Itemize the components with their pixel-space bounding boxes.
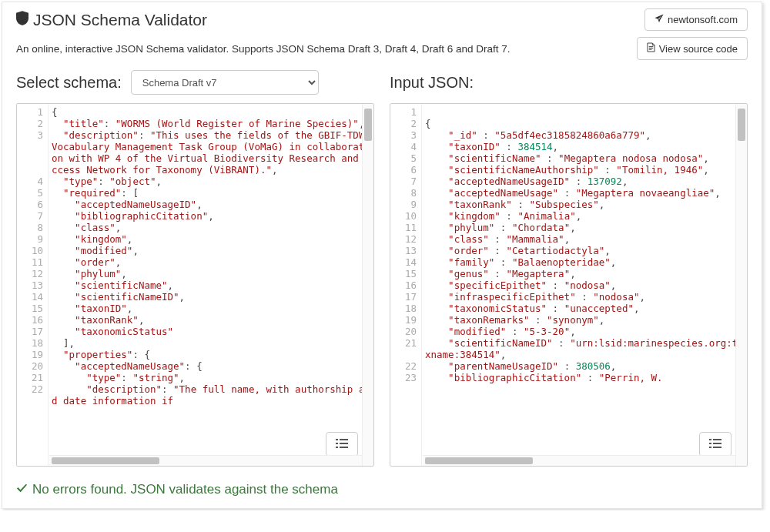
line-number: 4 bbox=[17, 176, 48, 187]
code-line: "taxonomicStatus" bbox=[52, 326, 370, 337]
line-number: 21 bbox=[390, 337, 421, 360]
schema-scrollbar-horizontal[interactable] bbox=[49, 455, 362, 466]
validation-result: No errors found. JSON validates against … bbox=[2, 474, 762, 508]
scrollbar-thumb[interactable] bbox=[364, 109, 372, 141]
schema-code-area[interactable]: { "title": "WORMS (World Register of Mar… bbox=[49, 104, 373, 466]
line-number: 1 bbox=[17, 106, 48, 118]
scrollbar-thumb[interactable] bbox=[425, 457, 533, 464]
json-editor[interactable]: 1234567891011121314151617181920212223 { … bbox=[390, 103, 748, 467]
line-number: 20 bbox=[390, 326, 421, 337]
code-line: "class" : "Mammalia", bbox=[425, 233, 744, 245]
line-number: 5 bbox=[17, 187, 48, 199]
line-number: 12 bbox=[17, 268, 48, 279]
svg-rect-9 bbox=[709, 439, 711, 440]
page-title-text: JSON Schema Validator bbox=[33, 11, 207, 29]
line-number: 3 bbox=[390, 129, 421, 141]
svg-rect-4 bbox=[340, 439, 348, 440]
code-line bbox=[425, 106, 744, 118]
code-line: "acceptedNameUsage" : "Megaptera novaean… bbox=[425, 187, 744, 199]
code-line: "scientificName", bbox=[52, 279, 370, 291]
code-line: "specificEpithet" : "nodosa", bbox=[425, 279, 744, 291]
line-number: 13 bbox=[390, 245, 421, 256]
line-number: 16 bbox=[17, 314, 48, 326]
code-line: "title": "WORMS (World Register of Marin… bbox=[52, 118, 370, 129]
schema-column: Select schema: Schema Draft v3Schema Dra… bbox=[16, 69, 374, 467]
code-line: "phylum", bbox=[52, 268, 370, 279]
json-gutter: 1234567891011121314151617181920212223 bbox=[390, 104, 422, 466]
code-line: "class", bbox=[52, 222, 370, 233]
line-number: 12 bbox=[390, 233, 421, 245]
code-line: "taxonRank", bbox=[52, 314, 370, 326]
svg-rect-13 bbox=[709, 447, 711, 448]
line-number: 22 bbox=[17, 383, 48, 407]
line-number: 19 bbox=[390, 314, 421, 326]
line-number: 9 bbox=[17, 233, 48, 245]
schema-select[interactable]: Schema Draft v3Schema Draft v4Schema Dra… bbox=[131, 70, 319, 95]
file-icon bbox=[647, 42, 655, 55]
code-line: "parentNameUsageID" : 380506, bbox=[425, 360, 744, 372]
code-line: "description": "The full name, with auth… bbox=[52, 383, 370, 407]
line-number: 17 bbox=[390, 291, 421, 303]
line-number: 15 bbox=[17, 303, 48, 314]
main-panels: Select schema: Schema Draft v3Schema Dra… bbox=[2, 69, 762, 474]
line-number: 7 bbox=[17, 210, 48, 222]
code-line: "taxonID", bbox=[52, 303, 370, 314]
scrollbar-thumb[interactable] bbox=[738, 109, 745, 141]
check-icon bbox=[16, 482, 28, 497]
line-number: 6 bbox=[390, 164, 421, 176]
validation-message-text: No errors found. JSON validates against … bbox=[32, 482, 338, 497]
schema-settings-button[interactable] bbox=[326, 432, 358, 457]
view-source-button[interactable]: View source code bbox=[637, 37, 748, 60]
json-scrollbar-horizontal[interactable] bbox=[423, 455, 735, 466]
svg-rect-5 bbox=[336, 443, 338, 444]
line-number: 16 bbox=[390, 279, 421, 291]
line-number: 17 bbox=[17, 326, 48, 337]
line-number: 8 bbox=[17, 222, 48, 233]
svg-rect-11 bbox=[709, 443, 711, 444]
schema-scrollbar-vertical[interactable] bbox=[362, 104, 373, 466]
code-line: "bibliographicCitation", bbox=[52, 210, 370, 222]
scrollbar-thumb[interactable] bbox=[52, 457, 159, 464]
validation-message: No errors found. JSON validates against … bbox=[16, 482, 748, 497]
code-line: "scientificName" : "Megaptera nodosa nod… bbox=[425, 152, 744, 164]
code-line: "type": "string", bbox=[52, 372, 370, 383]
line-number: 18 bbox=[390, 303, 421, 314]
code-line: "scientificNameID" : "urn:lsid:marinespe… bbox=[425, 337, 744, 360]
code-line: "acceptedNameUsageID", bbox=[52, 199, 370, 210]
json-input-label: Input JSON: bbox=[390, 74, 474, 92]
code-line: ], bbox=[52, 337, 370, 349]
line-number: 14 bbox=[17, 291, 48, 303]
line-number: 11 bbox=[390, 222, 421, 233]
code-line: { bbox=[52, 106, 370, 118]
schema-editor[interactable]: 12345678910111213141516171819202122 { "t… bbox=[16, 103, 374, 467]
line-number: 20 bbox=[17, 360, 48, 372]
code-line: "infraspecificEpithet" : "nodosa", bbox=[425, 291, 744, 303]
view-source-label: View source code bbox=[659, 43, 738, 55]
newtonsoft-link-button[interactable]: newtonsoft.com bbox=[644, 8, 748, 31]
line-number: 23 bbox=[390, 372, 421, 383]
json-code-area[interactable]: { "_id" : "5a5df4ec3185824860a6a779", "t… bbox=[422, 104, 747, 466]
schema-select-label: Select schema: bbox=[16, 74, 122, 92]
line-number: 14 bbox=[390, 256, 421, 268]
json-scrollbar-vertical[interactable] bbox=[735, 104, 747, 466]
json-settings-button[interactable] bbox=[699, 432, 732, 457]
code-line: "family" : "Balaenopteridae", bbox=[425, 256, 744, 268]
line-number: 10 bbox=[17, 245, 48, 256]
svg-rect-12 bbox=[713, 443, 721, 444]
description-text: An online, interactive JSON Schema valid… bbox=[16, 43, 511, 55]
code-line: "required": [ bbox=[52, 187, 370, 199]
schema-header: Select schema: Schema Draft v3Schema Dra… bbox=[16, 69, 374, 95]
code-line: "order", bbox=[52, 256, 370, 268]
line-number: 5 bbox=[390, 152, 421, 164]
code-line: "bibliographicCitation" : "Perrin, W. bbox=[425, 372, 744, 383]
code-line: "taxonRank" : "Subspecies", bbox=[425, 199, 744, 210]
code-line: "phylum" : "Chordata", bbox=[425, 222, 744, 233]
code-line: "kingdom" : "Animalia", bbox=[425, 210, 744, 222]
code-line: "taxonID" : 384514, bbox=[425, 141, 744, 152]
code-line: "description": "This uses the fields of … bbox=[52, 129, 370, 176]
code-line: "kingdom", bbox=[52, 233, 370, 245]
code-line: "acceptedNameUsage": { bbox=[52, 360, 370, 372]
line-number: 2 bbox=[17, 118, 48, 129]
schema-gutter: 12345678910111213141516171819202122 bbox=[17, 104, 49, 466]
code-line: "scientificNameID", bbox=[52, 291, 370, 303]
